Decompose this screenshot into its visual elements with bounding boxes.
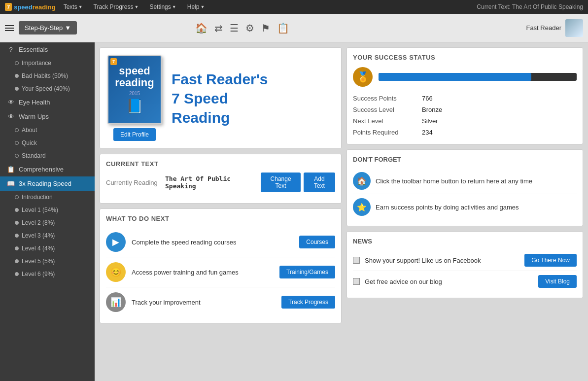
training-games-button[interactable]: Training/Games: [279, 266, 335, 278]
points-req-row: Points Required 234: [353, 127, 577, 138]
sidebar-item-importance[interactable]: Importance: [0, 57, 95, 69]
facebook-checkbox[interactable]: [353, 257, 360, 264]
sidebar-item-eye-health[interactable]: 👁 Eye Health: [0, 95, 95, 109]
menu-help[interactable]: Help ▼: [184, 2, 208, 11]
home-toolbar-icon[interactable]: 🏠: [195, 22, 208, 34]
user-avatar[interactable]: [565, 19, 583, 37]
3x-reading-icon: 📖: [7, 180, 15, 187]
sidebar-item-level3[interactable]: Level 3 (4%): [0, 229, 95, 242]
app-logo: 7 speedreading: [5, 3, 56, 11]
progress-bar-bg: [379, 73, 577, 81]
success-points-row: Success Points 766: [353, 93, 577, 104]
df-star-icon: ⭐: [353, 198, 371, 216]
track-progress-button[interactable]: Track Progress: [281, 296, 335, 309]
sidebar-item-level6[interactable]: Level 6 (9%): [0, 268, 95, 280]
df-row-home: 🏠 Click the toolbar home button to retur…: [353, 168, 577, 194]
sidebar-item-bad-habits[interactable]: Bad Habits (50%): [0, 69, 95, 82]
help-arrow-icon: ▼: [200, 4, 205, 9]
what-next-card: WHAT TO DO NEXT ▶ Complete the speed rea…: [100, 208, 342, 323]
bad-habits-dot: [15, 74, 19, 78]
menu-texts[interactable]: Texts ▼: [61, 2, 86, 11]
news-title: NEWS: [353, 238, 577, 245]
level4-dot: [15, 246, 19, 250]
points-req-label: Points Required: [353, 127, 422, 138]
sidebar-item-essentials[interactable]: ? Essentials: [0, 42, 95, 57]
exchange-toolbar-icon[interactable]: ⇄: [214, 22, 223, 34]
change-text-button[interactable]: Change Text: [261, 173, 300, 192]
comprehensive-icon: 📋: [7, 166, 15, 173]
training-text: Access power training and fun games: [132, 269, 274, 276]
fast-reader-label: Fast Reader: [526, 24, 561, 32]
book-badge: 7: [110, 58, 117, 65]
success-level-value: Bronze: [422, 104, 577, 115]
success-points-label: Success Points: [353, 93, 422, 104]
level3-dot: [15, 234, 19, 238]
df-row-star: ⭐ Earn success points by doing activitie…: [353, 194, 577, 220]
sidebar-item-introduction[interactable]: Introduction: [0, 191, 95, 204]
hero-heading: Fast Reader's 7 Speed Reading: [172, 69, 268, 127]
filter-toolbar-icon[interactable]: ⚙: [245, 22, 254, 34]
sidebar-item-level5[interactable]: Level 5 (5%): [0, 255, 95, 268]
sidebar-item-3x-reading[interactable]: 📖 3x Reading Speed: [0, 176, 95, 191]
current-text-row: Currently Reading The Art Of Public Spea…: [106, 173, 335, 192]
blog-checkbox[interactable]: [353, 278, 360, 285]
success-level-label: Success Level: [353, 104, 422, 115]
blog-text: Get free advice on our blog: [365, 278, 533, 285]
df-home-icon: 🏠: [353, 172, 371, 190]
sidebar-item-comprehensive[interactable]: 📋 Comprehensive: [0, 162, 95, 176]
next-row-courses: ▶ Complete the speed reading courses Cou…: [106, 227, 335, 257]
essentials-icon: ?: [7, 46, 15, 53]
sidebar-item-your-speed[interactable]: Your Speed (40%): [0, 82, 95, 95]
menu-settings[interactable]: Settings ▼: [146, 2, 179, 11]
flag-toolbar-icon[interactable]: ⚑: [261, 22, 270, 34]
success-title: YOUR SUCCESS STATUS: [353, 54, 577, 61]
sidebar-item-quick[interactable]: Quick: [0, 137, 95, 149]
step-by-step-button[interactable]: Step-By-Step ▼: [19, 21, 77, 35]
level6-dot: [15, 272, 19, 276]
news-card: NEWS Show your support! Like us on Faceb…: [346, 231, 583, 298]
success-card: YOUR SUCCESS STATUS 🏅 Success Points 766…: [346, 47, 583, 144]
medal-icon: 🏅: [353, 67, 373, 87]
sidebar-item-warm-ups[interactable]: 👁 Warm Ups: [0, 109, 95, 124]
dont-forget-card: DON'T FORGET 🏠 Click the toolbar home bu…: [346, 149, 583, 226]
courses-button[interactable]: Courses: [299, 236, 335, 248]
left-panel: 7 speedreading 2015 📘 Edit Profile Fast …: [100, 47, 342, 376]
edit-profile-button[interactable]: Edit Profile: [113, 128, 156, 141]
step-by-step-arrow-icon: ▼: [65, 24, 71, 32]
sidebar-item-standard[interactable]: Standard: [0, 149, 95, 162]
dont-forget-title: DON'T FORGET: [353, 156, 577, 163]
document-toolbar-icon[interactable]: 📋: [277, 22, 289, 34]
news-row-blog: Get free advice on our blog Visit Blog: [353, 271, 577, 292]
menu-track-progress[interactable]: Track Progress ▼: [91, 2, 142, 11]
sidebar-item-level2[interactable]: Level 2 (8%): [0, 216, 95, 229]
courses-text: Complete the speed reading courses: [132, 239, 293, 246]
introduction-dot: [15, 195, 19, 199]
right-panel: YOUR SUCCESS STATUS 🏅 Success Points 766…: [346, 47, 583, 376]
success-points-value: 766: [422, 93, 577, 104]
your-speed-dot: [15, 87, 19, 91]
toolbar: Step-By-Step ▼ 🏠 ⇄ ☰ ⚙ ⚑ 📋 Fast Reader: [0, 14, 588, 42]
toolbar-icons: 🏠 ⇄ ☰ ⚙ ⚑ 📋: [195, 22, 289, 34]
play-icon: ▶: [106, 232, 126, 252]
book-img-icon: 📘: [126, 98, 143, 114]
main-content: 7 speedreading 2015 📘 Edit Profile Fast …: [95, 42, 588, 381]
sidebar-item-level1[interactable]: Level 1 (54%): [0, 204, 95, 216]
warm-ups-icon: 👁: [7, 113, 15, 120]
hero-card: 7 speedreading 2015 📘 Edit Profile Fast …: [100, 47, 342, 149]
level2-dot: [15, 221, 19, 225]
next-row-track: 📊 Track your improvement Track Progress: [106, 287, 335, 317]
add-text-button[interactable]: Add Text: [304, 173, 335, 192]
book-speed-text: speedreading: [115, 65, 154, 89]
track-text: Track your improvement: [132, 299, 276, 306]
sidebar-item-about[interactable]: About: [0, 124, 95, 137]
hamburger-button[interactable]: [5, 25, 14, 31]
visit-blog-button[interactable]: Visit Blog: [538, 275, 577, 288]
sidebar-item-level4[interactable]: Level 4 (4%): [0, 242, 95, 255]
about-dot: [15, 128, 19, 132]
facebook-text: Show your support! Like us on Facebook: [365, 257, 519, 264]
texts-arrow-icon: ▼: [78, 4, 83, 9]
current-text-card: CURRENT TEXT Currently Reading The Art O…: [100, 154, 342, 204]
go-there-now-button[interactable]: Go There Now: [524, 254, 577, 267]
list-toolbar-icon[interactable]: ☰: [230, 22, 239, 34]
top-menubar: 7 speedreading Texts ▼ Track Progress ▼ …: [0, 0, 588, 14]
